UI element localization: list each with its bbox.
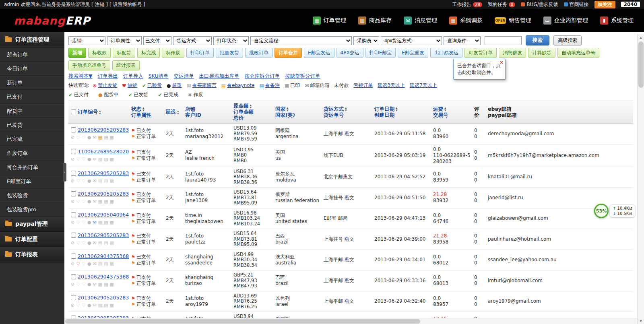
doc2-icon[interactable]: ▤ bbox=[104, 178, 108, 184]
sort-arrows-icon[interactable]: ▲▼ bbox=[396, 107, 398, 111]
vertical-scrollbar[interactable]: ▲ ▼ bbox=[637, 34, 644, 324]
toolbar-button[interactable]: 出口易发运 bbox=[430, 48, 462, 58]
filter-select[interactable]: -自定义流程- bbox=[250, 36, 352, 45]
heart-icon[interactable]: ♡ bbox=[76, 199, 80, 204]
quick-filter-link[interactable]: 未付款 bbox=[334, 82, 349, 89]
sort-arrows-icon[interactable]: ▲▼ bbox=[345, 107, 347, 111]
mail-icon[interactable]: ✉ bbox=[93, 178, 97, 184]
print-icon[interactable]: ▦ bbox=[110, 261, 114, 266]
toolbar-button[interactable]: E邮宝发运 bbox=[304, 48, 334, 58]
row-checkbox[interactable] bbox=[71, 274, 76, 279]
quick-filter-link[interactable]: 延迟3天以上 bbox=[378, 82, 405, 89]
search-button[interactable]: 搜索 bbox=[526, 35, 549, 45]
print-icon[interactable]: ▦ bbox=[110, 282, 114, 287]
heart-icon[interactable]: ♡ bbox=[76, 240, 80, 246]
sidebar-section-2[interactable]: 订单配置 bbox=[0, 232, 64, 247]
sidebar-item[interactable]: 已发货 bbox=[0, 118, 64, 132]
ban-icon[interactable]: ⊘ bbox=[71, 157, 74, 162]
status-filter[interactable]: ✔已支付 bbox=[68, 91, 89, 98]
tool-link[interactable]: 按缺货拆分订单 bbox=[285, 73, 320, 79]
column-header[interactable]: 货运方式▲▼货运单号 bbox=[321, 100, 372, 124]
order-number-link[interactable]: 2013062905040964746 bbox=[78, 212, 129, 218]
heart2-icon[interactable]: ♡ bbox=[82, 240, 86, 246]
heart2-icon[interactable]: ♡ bbox=[82, 157, 86, 162]
dot-icon[interactable]: ● bbox=[87, 178, 91, 184]
filter-select[interactable]: -订单属性- bbox=[107, 36, 142, 45]
scroll-up-icon[interactable]: ▲ bbox=[638, 34, 644, 41]
filter-select[interactable]: 已支付 bbox=[143, 36, 171, 45]
mail-icon[interactable]: ✉ bbox=[93, 303, 97, 308]
doc-icon[interactable]: ▤ bbox=[98, 157, 102, 162]
heart-icon[interactable]: ♡ bbox=[76, 157, 80, 162]
account-settings-link[interactable]: [ 设置我的帐号 ] bbox=[109, 2, 145, 7]
filter-select[interactable]: -查询条件- bbox=[444, 36, 481, 45]
ban-icon[interactable]: ⊘ bbox=[71, 303, 74, 308]
toolbar-button[interactable]: 4PX交运 bbox=[336, 48, 363, 58]
doc-icon[interactable]: ▤ bbox=[98, 135, 102, 140]
toolbar-button[interactable]: 标配货 bbox=[113, 48, 135, 58]
select-all-checkbox[interactable] bbox=[71, 109, 76, 114]
close-icon[interactable]: × bbox=[500, 59, 504, 66]
row-checkbox[interactable] bbox=[71, 127, 76, 132]
heart-icon[interactable]: ♡ bbox=[76, 135, 80, 140]
heart-icon[interactable]: ♡ bbox=[76, 282, 80, 287]
dot-icon[interactable]: ● bbox=[87, 135, 91, 140]
heart-icon[interactable]: ♡ bbox=[76, 178, 80, 184]
filter-select[interactable]: -货运方式- bbox=[173, 36, 212, 45]
dot-icon[interactable]: ● bbox=[87, 220, 91, 225]
sidebar-item[interactable]: 今日订单 bbox=[0, 62, 64, 76]
mail-icon[interactable]: ✉ bbox=[93, 135, 97, 140]
quick-filter-link[interactable]: 缺货 bbox=[128, 82, 137, 89]
toolbar-button[interactable]: 订单合并 bbox=[275, 48, 302, 58]
ban-icon[interactable]: ⊘ bbox=[71, 135, 74, 140]
mail-icon[interactable]: ✉ bbox=[93, 261, 97, 266]
heart2-icon[interactable]: ♡ bbox=[82, 303, 86, 308]
toolbar-button[interactable]: 可发货订单 bbox=[464, 48, 497, 58]
tool-link[interactable]: 搜索脚本▼ bbox=[68, 73, 93, 79]
column-header[interactable]: 运费▲▼交易号 bbox=[431, 100, 472, 124]
column-header[interactable]: 原金额▲▼订单金额总价 bbox=[231, 100, 273, 124]
tool-link[interactable]: 订单导出 bbox=[98, 73, 118, 79]
heart-icon[interactable]: ♡ bbox=[76, 261, 80, 266]
topbar-item[interactable]: 工作报告28 bbox=[452, 1, 482, 8]
doc-icon[interactable]: ▤ bbox=[98, 261, 102, 266]
logout-link[interactable]: [ 注销 ] bbox=[91, 2, 108, 7]
ban-icon[interactable]: ⊘ bbox=[71, 282, 74, 287]
ban-icon[interactable]: ⊘ bbox=[71, 199, 74, 204]
dot-icon[interactable]: ● bbox=[87, 199, 91, 204]
sidebar-item[interactable]: 所有订单 bbox=[0, 47, 64, 62]
heart-icon[interactable]: ♡ bbox=[76, 220, 80, 225]
quick-filter-link[interactable]: 已验货 bbox=[147, 82, 162, 89]
print-icon[interactable]: ▦ bbox=[110, 199, 114, 204]
heart2-icon[interactable]: ♡ bbox=[82, 135, 86, 140]
ban-icon[interactable]: ⊘ bbox=[71, 178, 74, 184]
print-icon[interactable]: ▦ bbox=[110, 135, 114, 140]
tool-link[interactable]: 出口易添加出库单 bbox=[199, 73, 239, 79]
row-checkbox[interactable] bbox=[71, 254, 76, 259]
tool-link[interactable]: 交运清单 bbox=[174, 73, 194, 79]
toolbar-button[interactable]: 自动填充运单号 bbox=[557, 48, 599, 58]
print-icon[interactable]: ▦ bbox=[110, 178, 114, 184]
horizontal-scrollbar[interactable] bbox=[64, 318, 637, 324]
ban-icon[interactable]: ⊘ bbox=[71, 220, 74, 225]
toolbar-button[interactable]: 标收款 bbox=[88, 48, 111, 58]
toolbar-button[interactable]: 标作废 bbox=[162, 48, 184, 58]
toolbar-button[interactable]: 新增 bbox=[68, 48, 86, 58]
toolbar-button[interactable]: 消息群发 bbox=[499, 48, 526, 58]
dot-icon[interactable]: ● bbox=[87, 240, 91, 246]
quick-filter-link[interactable]: 有买家留言 bbox=[192, 82, 217, 89]
sort-arrows-icon[interactable]: ▲▼ bbox=[177, 110, 179, 115]
keyword-input[interactable] bbox=[485, 36, 522, 45]
tool-link[interactable]: 订单导入 bbox=[123, 73, 143, 79]
mail-icon[interactable]: ✉ bbox=[93, 282, 97, 287]
mail-icon[interactable]: ✉ bbox=[93, 240, 97, 246]
nav-item-inventory[interactable]: ▥商品库存 bbox=[358, 17, 392, 25]
doc2-icon[interactable]: ▤ bbox=[104, 199, 108, 204]
dot-icon[interactable]: ● bbox=[87, 282, 91, 287]
order-number-link[interactable]: 2013062905205283845 bbox=[78, 315, 129, 318]
print-icon[interactable]: ▦ bbox=[110, 240, 114, 246]
topbar-item[interactable]: 我的任务0 bbox=[488, 1, 515, 8]
quick-filter-link[interactable]: 亏损订单 bbox=[353, 82, 373, 89]
mail-icon[interactable]: ✉ bbox=[93, 199, 97, 204]
quick-filter-link[interactable]: 延迟7天以上 bbox=[410, 82, 437, 89]
